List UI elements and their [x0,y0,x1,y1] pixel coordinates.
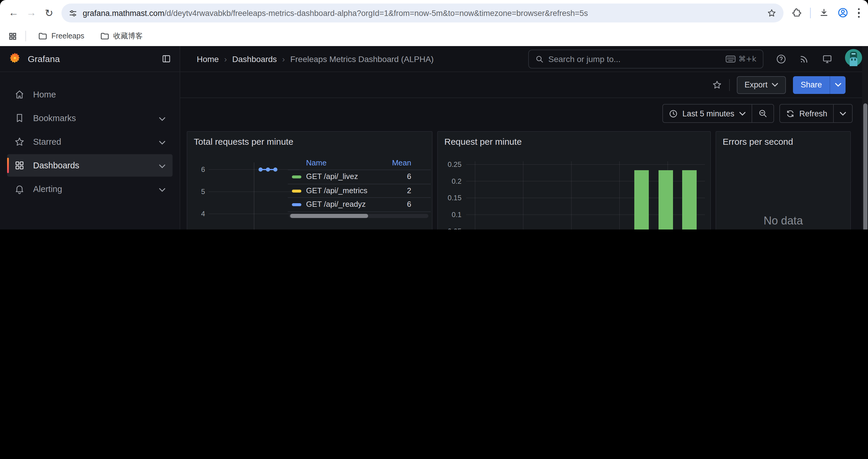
search-input[interactable]: Search or jump to... ⌘+k [528,49,764,68]
help-icon[interactable] [776,54,786,64]
bookmark-folder-freeleaps[interactable]: Freeleaps [34,30,88,42]
favorite-star-icon[interactable] [712,80,722,90]
user-avatar[interactable] [845,49,862,68]
time-picker-group: Last 5 minutes [662,104,774,123]
share-dropdown-button[interactable] [830,76,845,94]
panel-title[interactable]: Errors per second [723,136,793,146]
chevron-down-icon [739,111,745,116]
back-icon[interactable]: ← [5,4,23,22]
sidebar-nav: HomeBookmarksStarredDashboardsAlerting [0,72,180,200]
breadcrumb-separator: › [282,54,285,64]
dashboard-scroll-area: Last 5 minutes [180,98,868,230]
grafana-brand: Grafana [0,46,180,72]
refresh-group: Refresh [779,104,852,123]
breadcrumb-item[interactable]: Dashboards [232,54,277,64]
dock-sidebar-icon[interactable] [161,54,172,64]
browser-toolbar: ← → ↻ grafana.mathmast.com/d/deytv4rwava… [0,0,868,26]
time-range-picker[interactable]: Last 5 minutes [663,104,752,122]
svg-text:5: 5 [201,188,205,196]
sidebar-item-label: Bookmarks [33,113,76,123]
chevron-down-icon [835,83,841,87]
star-icon [14,136,25,147]
dashboard-actions-row: Export Share [180,72,868,98]
panel-title[interactable]: Total requests per minute [194,136,293,146]
legend-row-divider [288,169,431,170]
chevron-down-icon[interactable] [159,184,165,194]
legend-value: 6 [407,172,411,181]
grafana-brand-name: Grafana [28,54,155,64]
time-range-label: Last 5 minutes [682,109,735,118]
chevron-down-icon[interactable] [159,137,165,146]
breadcrumb-item[interactable]: Home [197,54,219,64]
sidebar-item-label: Alerting [33,184,62,194]
zoom-out-button[interactable] [752,104,773,122]
svg-text:0.05: 0.05 [447,227,462,230]
legend-column-header[interactable]: Name [306,158,327,167]
zoom-out-icon [758,109,767,118]
panel-title[interactable]: Request per minute [444,136,522,146]
refresh-button[interactable]: Refresh [780,104,833,122]
legend-scrollbar-thumb[interactable] [290,214,368,218]
refresh-interval-dropdown[interactable] [834,104,852,122]
svg-text:6: 6 [201,165,205,173]
grafana-header: Home›Dashboards›Freeleaps Metrics Dashbo… [180,46,868,72]
bookmark-label: 收藏博客 [113,31,143,41]
bookmark-folder-blogs[interactable]: 收藏博客 [96,29,146,43]
monitor-icon[interactable] [822,54,833,64]
svg-text:0.2: 0.2 [452,177,462,185]
grafana-sidebar: Grafana HomeBookmarksStarredDashboardsAl… [0,46,180,230]
share-button-label[interactable]: Share [793,76,830,94]
sidebar-item-dashboards[interactable]: Dashboards [7,154,173,177]
extensions-icon[interactable] [792,8,802,18]
panel-total-requests-per-minute[interactable]: Total requests per minute 6543217:40 Nam… [187,131,433,230]
legend-value: 6 [407,200,411,208]
bookmark-label: Freeleaps [52,32,84,40]
grafana-main: Home›Dashboards›Freeleaps Metrics Dashbo… [180,46,868,230]
series-swatch [292,175,301,178]
apps-grid-icon [14,160,25,171]
toolbar-divider [810,8,810,18]
sidebar-item-label: Dashboards [33,161,79,170]
chevron-down-icon [772,83,778,87]
sidebar-item-bookmarks[interactable]: Bookmarks [7,107,173,129]
share-button[interactable]: Share [793,76,845,94]
legend-series-name[interactable]: GET /api/_metrics [306,186,368,195]
page-scrollbar[interactable] [862,46,868,230]
downloads-icon[interactable] [819,8,829,18]
legend-series-name[interactable]: GET /api/_livez [306,172,358,181]
browser-actions [787,7,861,19]
profile-icon[interactable] [837,7,848,19]
clock-icon [669,109,678,118]
no-data-message: No data [716,215,850,227]
sidebar-item-alerting[interactable]: Alerting [7,178,173,200]
chevron-down-icon[interactable] [159,113,165,123]
apps-shortcut-icon[interactable] [8,32,17,40]
forward-icon[interactable]: → [23,4,40,22]
chevron-down-icon[interactable] [159,161,165,170]
panel-errors-per-second[interactable]: Errors per second No data [716,131,851,230]
home-icon [14,89,25,100]
url-text[interactable]: grafana.mathmast.com/d/deytv4rwavabkb/fr… [83,8,761,18]
time-controls: Last 5 minutes [662,104,852,123]
site-settings-icon[interactable] [68,8,78,18]
browser-menu-icon[interactable] [857,7,861,19]
reload-icon[interactable]: ↻ [40,4,58,22]
breadcrumb-item: Freeleaps Metrics Dashboard (ALPHA) [290,54,434,64]
scrollbar-thumb[interactable] [863,103,867,230]
bookmark-star-icon[interactable] [767,8,776,18]
address-bar[interactable]: grafana.mathmast.com/d/deytv4rwavabkb/fr… [61,4,783,23]
sidebar-item-home[interactable]: Home [7,83,173,106]
chevron-down-icon [840,111,846,116]
export-button[interactable]: Export [737,76,786,94]
grafana-logo-icon[interactable] [8,51,21,66]
refresh-label: Refresh [799,109,827,118]
legend-series-name[interactable]: GET /api/_readyz [306,200,366,208]
legend-row-divider [288,184,431,184]
news-rss-icon[interactable] [799,54,809,64]
svg-text:0.1: 0.1 [452,210,462,219]
legend-column-header[interactable]: Mean [392,158,411,167]
browser-window: ← → ↻ grafana.mathmast.com/d/deytv4rwava… [0,0,868,230]
panel-request-per-minute[interactable]: Request per minute 0.250.20.150.10.05017… [437,131,711,230]
search-shortcut: ⌘+k [725,54,756,63]
sidebar-item-starred[interactable]: Starred [7,131,173,153]
